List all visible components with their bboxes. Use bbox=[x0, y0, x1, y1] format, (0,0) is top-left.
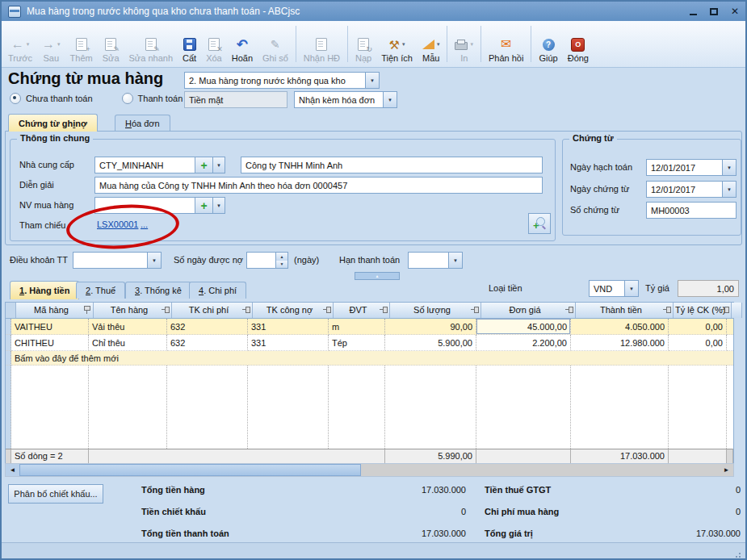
forward-button[interactable]: →▾ Sau bbox=[37, 22, 65, 66]
pin-icon[interactable] bbox=[162, 306, 170, 314]
cell-ten-hang[interactable]: Chỉ thêu bbox=[89, 335, 167, 351]
reference-more-link[interactable]: ... bbox=[141, 219, 148, 229]
help-button[interactable]: ? Giúp bbox=[534, 22, 562, 66]
cell-ty-le-ck[interactable]: 0,00 bbox=[669, 335, 727, 351]
cell-don-gia[interactable]: 45.000,00 bbox=[476, 319, 571, 335]
due-date-combo[interactable]: ▼ bbox=[408, 252, 463, 269]
chevron-down-icon[interactable]: ▼ bbox=[624, 281, 638, 296]
employee-dropdown-icon[interactable]: ▼ bbox=[212, 197, 225, 214]
pin-icon[interactable] bbox=[721, 306, 729, 314]
chevron-down-icon[interactable]: ▼ bbox=[448, 253, 462, 268]
resize-grip-icon[interactable] bbox=[739, 553, 741, 554]
col-ty-le-ck[interactable]: Tỷ lệ CK (%) bbox=[674, 303, 732, 318]
save-button[interactable]: Cất bbox=[178, 22, 201, 66]
debt-days-stepper[interactable]: ▲ ▼ bbox=[246, 252, 288, 269]
template-button[interactable]: ▾ Mẫu bbox=[418, 22, 445, 66]
chevron-down-icon[interactable]: ▾ bbox=[402, 41, 405, 48]
spin-down-icon[interactable]: ▼ bbox=[276, 261, 287, 269]
cell-so-luong[interactable]: 5.900,00 bbox=[385, 335, 476, 351]
cell-so-luong[interactable]: 90,00 bbox=[385, 319, 476, 335]
doc-date-picker[interactable]: 12/01/2017 ▼ bbox=[646, 181, 737, 198]
radio-unpaid[interactable] bbox=[10, 93, 21, 104]
col-ma-hang[interactable]: Mã hàng bbox=[16, 303, 94, 318]
delete-button[interactable]: ✕ Xóa bbox=[201, 22, 227, 66]
pin-icon[interactable] bbox=[663, 306, 671, 314]
cell-thanh-tien[interactable]: 4.050.000 bbox=[571, 319, 669, 335]
cell-dvt[interactable]: m bbox=[329, 319, 385, 335]
post-button[interactable]: ✎ Ghi sổ bbox=[258, 22, 293, 66]
pin-icon[interactable] bbox=[242, 306, 250, 314]
col-don-gia[interactable]: Đơn giá bbox=[481, 303, 576, 318]
col-tk-cong-no[interactable]: TK công nợ bbox=[253, 303, 334, 318]
doc-no-input[interactable]: MH00003 bbox=[646, 202, 737, 219]
table-row[interactable]: CHITHEU Chỉ thêu 632 331 Tép 5.900,00 2.… bbox=[6, 335, 733, 351]
cell-dvt[interactable]: Tép bbox=[329, 335, 385, 351]
supplier-name-field[interactable]: Công ty TNHH Minh Anh bbox=[241, 157, 543, 173]
chevron-down-icon[interactable]: ▼ bbox=[722, 160, 736, 175]
col-ten-hang[interactable]: Tên hàng bbox=[94, 303, 172, 318]
description-field[interactable]: Mua hàng của Công ty TNHH Minh Anh theo … bbox=[94, 177, 543, 194]
tab-hang-tien[interactable]: 1. Hàng tiền bbox=[10, 281, 79, 299]
reference-link[interactable]: LSX00001 bbox=[97, 219, 138, 229]
invoice-option-combo[interactable]: Nhận kèm hóa đơn ▼ bbox=[294, 91, 397, 108]
tab-chung-tu-ghi-no[interactable]: Chứng từ ghi nợ bbox=[8, 114, 98, 132]
pin-icon[interactable] bbox=[83, 306, 91, 314]
minimize-icon[interactable] bbox=[690, 14, 697, 15]
chevron-down-icon[interactable]: ▾ bbox=[437, 41, 440, 48]
pin-icon[interactable] bbox=[380, 306, 388, 314]
cell-tk-chi-phi[interactable]: 632 bbox=[167, 335, 248, 351]
tab-thong-ke[interactable]: 3. Thống kê bbox=[125, 282, 191, 299]
scroll-right-icon[interactable]: ► bbox=[720, 464, 733, 476]
chevron-down-icon[interactable]: ▾ bbox=[470, 41, 473, 48]
chevron-down-icon[interactable]: ▼ bbox=[365, 73, 379, 88]
cell-ma-hang[interactable]: VAITHEU bbox=[11, 319, 89, 335]
cell-ma-hang[interactable]: CHITHEU bbox=[11, 335, 89, 351]
chevron-down-icon[interactable]: ▾ bbox=[27, 41, 30, 48]
col-thanh-tien[interactable]: Thành tiền bbox=[576, 303, 674, 318]
horizontal-scrollbar[interactable]: ◄ ► bbox=[5, 463, 734, 477]
undo-button[interactable]: ↶ Hoãn bbox=[227, 22, 258, 66]
quick-edit-button[interactable]: ✎ Sửa nhanh bbox=[124, 22, 178, 66]
maximize-icon[interactable] bbox=[710, 8, 718, 15]
tab-thue[interactable]: 2. Thuế bbox=[76, 282, 125, 299]
supplier-dropdown-icon[interactable]: ▼ bbox=[212, 157, 225, 173]
back-button[interactable]: ←▾ Trước bbox=[3, 22, 37, 66]
posting-date-picker[interactable]: 12/01/2017 ▼ bbox=[646, 159, 737, 176]
pin-icon[interactable] bbox=[323, 306, 331, 314]
cell-tk-chi-phi[interactable]: 632 bbox=[167, 319, 248, 335]
feedback-button[interactable]: ✉ Phản hồi bbox=[484, 22, 528, 66]
cell-tk-cong-no[interactable]: 331 bbox=[248, 335, 329, 351]
scroll-left-icon[interactable]: ◄ bbox=[6, 464, 19, 476]
col-dvt[interactable]: ĐVT bbox=[334, 303, 390, 318]
add-button[interactable]: + Thêm bbox=[65, 22, 98, 66]
cell-thanh-tien[interactable]: 12.980.000 bbox=[571, 335, 669, 351]
currency-combo[interactable]: VND ▼ bbox=[589, 280, 639, 297]
pin-icon[interactable] bbox=[471, 306, 479, 314]
utilities-button[interactable]: ⚒▾ Tiện ích bbox=[376, 22, 418, 66]
table-row[interactable]: VAITHEU Vải thêu 632 331 m 90,00 45.000,… bbox=[6, 319, 733, 335]
close-icon[interactable]: ✕ bbox=[731, 6, 739, 16]
spin-up-icon[interactable]: ▲ bbox=[276, 253, 287, 261]
tab-chi-phi[interactable]: 4. Chi phí bbox=[189, 282, 246, 299]
chevron-down-icon[interactable]: ▼ bbox=[722, 182, 736, 197]
allocate-discount-button[interactable]: Phân bổ chiết khấu... bbox=[8, 484, 103, 504]
receive-invoice-button[interactable]: Nhận HĐ bbox=[299, 22, 345, 66]
add-supplier-button[interactable]: + bbox=[195, 157, 213, 173]
cell-ty-le-ck[interactable]: 0,00 bbox=[669, 319, 727, 335]
payment-term-combo[interactable]: ▼ bbox=[73, 252, 162, 269]
pin-icon[interactable] bbox=[565, 306, 573, 314]
scrollbar-thumb[interactable] bbox=[19, 464, 361, 476]
col-so-luong[interactable]: Số lượng bbox=[390, 303, 481, 318]
chevron-down-icon[interactable]: ▼ bbox=[383, 92, 397, 107]
add-lookup-button[interactable]: + bbox=[528, 213, 551, 234]
edit-button[interactable]: ✎ Sửa bbox=[98, 22, 124, 66]
add-new-row[interactable]: Bấm vào đây để thêm mới bbox=[6, 351, 733, 366]
print-button[interactable]: ▾ In bbox=[450, 22, 478, 66]
col-tk-chi-phi[interactable]: TK chi phí bbox=[172, 303, 253, 318]
cell-ten-hang[interactable]: Vải thêu bbox=[89, 319, 167, 335]
radio-paynow[interactable] bbox=[122, 93, 133, 104]
add-employee-button[interactable]: + bbox=[195, 197, 213, 214]
cell-tk-cong-no[interactable]: 331 bbox=[248, 319, 329, 335]
doc-type-combo[interactable]: 2. Mua hàng trong nước không qua kho ▼ bbox=[184, 72, 380, 89]
collapse-splitter-button[interactable]: ▲ bbox=[355, 272, 400, 280]
